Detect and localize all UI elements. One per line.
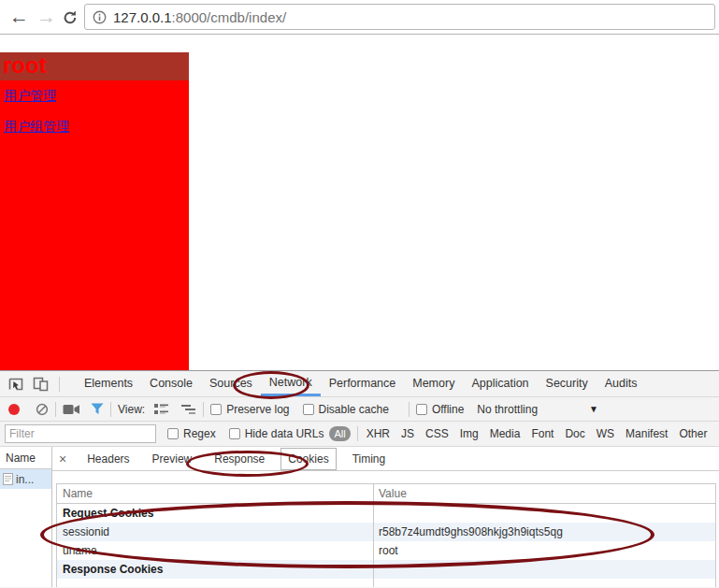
waterfall-icon: [180, 404, 196, 415]
details-tabbar: × Headers Preview Response Cookies Timin…: [52, 447, 719, 471]
cookies-table: Name Value Request Cookies sessionid r58…: [56, 483, 716, 587]
devtools-panel: Elements Console Sources Network Perform…: [0, 370, 719, 588]
tab-audits[interactable]: Audits: [597, 371, 646, 396]
filter-type-js[interactable]: JS: [401, 427, 414, 440]
back-icon[interactable]: ←: [9, 5, 29, 29]
screenshot-root: ← → 127.0.0.1:8000/cmdb/index/ root 用户管理…: [0, 0, 719, 588]
link-user-management[interactable]: 用户管理: [4, 88, 56, 105]
network-filterbar: Regex Hide data URLs All XHR JS CSS Img …: [0, 422, 719, 447]
inspect-glyph: [7, 377, 24, 392]
cookies-col-name[interactable]: Name: [57, 484, 373, 503]
close-details-icon[interactable]: ×: [59, 452, 66, 466]
filter-type-media[interactable]: Media: [490, 427, 521, 440]
url-host: 127.0.0.1: [113, 9, 172, 25]
page-title: root: [0, 52, 189, 79]
tab-elements[interactable]: Elements: [76, 371, 141, 396]
table-row-sessionid[interactable]: sessionid r58b7z4umdt9ghs908hkjg3h9iqts5…: [57, 523, 715, 541]
request-row-index[interactable]: in...: [0, 469, 51, 489]
cookie-value: r58b7z4umdt9ghs908hkjg3h9iqts5qg: [373, 523, 715, 541]
filter-type-manifest[interactable]: Manifest: [626, 427, 668, 440]
capture-screenshots-button[interactable]: [63, 404, 80, 415]
tab-performance[interactable]: Performance: [321, 371, 405, 396]
inspect-element-icon[interactable]: [4, 373, 28, 395]
disable-cache-label[interactable]: Disable cache: [319, 403, 389, 416]
forward-icon[interactable]: →: [36, 5, 56, 29]
requests-list-panel: Name in...: [0, 447, 52, 587]
details-tab-timing[interactable]: Timing: [352, 452, 386, 466]
view-label: View:: [118, 403, 145, 416]
page-header-band: root: [0, 52, 189, 80]
toggle-device-toolbar-icon[interactable]: [28, 373, 52, 395]
hide-data-urls-label[interactable]: Hide data URLs: [245, 427, 324, 440]
url-path: :8000/cmdb/index/: [172, 9, 287, 25]
hide-data-urls-checkbox[interactable]: [229, 428, 240, 439]
filter-type-xhr[interactable]: XHR: [367, 427, 390, 440]
cookies-table-header: Name Value: [57, 484, 715, 504]
cookies-col-value[interactable]: Value: [373, 484, 715, 503]
filter-type-other[interactable]: Other: [679, 427, 707, 440]
tab-memory[interactable]: Memory: [404, 371, 463, 396]
cookie-value: root: [373, 541, 715, 560]
reload-glyph: [62, 9, 79, 26]
tab-sources[interactable]: Sources: [201, 371, 261, 396]
preserve-log-checkbox[interactable]: [210, 404, 222, 415]
request-details-panel: × Headers Preview Response Cookies Timin…: [52, 447, 719, 587]
regex-checkbox[interactable]: [167, 428, 179, 439]
details-tab-response[interactable]: Response: [214, 452, 265, 466]
table-row-request-cookies[interactable]: Request Cookies: [57, 504, 715, 523]
toolbar-separator: [55, 402, 56, 417]
filter-type-doc[interactable]: Doc: [565, 427, 584, 440]
cookie-name: sessionid: [57, 523, 373, 541]
filter-type-all[interactable]: All: [329, 426, 350, 441]
table-row-response-cookies[interactable]: Response Cookies: [57, 560, 715, 579]
details-tab-preview[interactable]: Preview: [152, 452, 193, 466]
browser-toolbar: ← → 127.0.0.1:8000/cmdb/index/: [0, 0, 719, 35]
offline-label[interactable]: Offline: [432, 403, 464, 416]
cookie-value: [373, 560, 715, 579]
filler-value-cell: [373, 579, 715, 587]
cookie-value: [373, 504, 715, 523]
page-info-icon[interactable]: [93, 10, 107, 24]
reload-icon[interactable]: [62, 7, 79, 32]
filter-type-ws[interactable]: WS: [597, 427, 614, 440]
link-usergroup-management[interactable]: 用户组管理: [4, 119, 69, 136]
tab-security[interactable]: Security: [538, 371, 597, 396]
request-name: in...: [16, 473, 34, 486]
filler-name-cell: [57, 579, 373, 587]
filter-type-img[interactable]: Img: [460, 427, 479, 440]
regex-label[interactable]: Regex: [183, 427, 216, 440]
list-view-icon: [153, 403, 169, 415]
tab-application[interactable]: Application: [463, 371, 537, 396]
table-row-uname[interactable]: uname root: [57, 541, 715, 560]
webpage-viewport: root 用户管理 用户组管理: [0, 36, 719, 370]
toolbar-separator: [59, 377, 60, 392]
disable-cache-checkbox[interactable]: [303, 404, 314, 415]
address-bar[interactable]: 127.0.0.1:8000/cmdb/index/: [84, 4, 715, 30]
network-main: Name in... × Headers Preview Respo: [0, 447, 719, 587]
camera-icon: [63, 404, 80, 415]
tab-console[interactable]: Console: [141, 371, 201, 396]
filter-input[interactable]: [5, 424, 156, 443]
tab-network[interactable]: Network: [261, 371, 321, 396]
toolbar-separator: [110, 402, 111, 417]
throttling-dropdown-arrow-icon[interactable]: ▼: [589, 404, 598, 414]
show-overview-button[interactable]: [180, 404, 196, 415]
url-text[interactable]: 127.0.0.1:8000/cmdb/index/: [113, 9, 286, 25]
details-tab-cookies[interactable]: Cookies: [280, 448, 336, 470]
cookie-name: uname: [57, 541, 373, 560]
document-icon: [3, 473, 13, 485]
filter-toggle-button[interactable]: [91, 403, 104, 415]
throttling-select[interactable]: No throttling: [477, 403, 538, 416]
preserve-log-label[interactable]: Preserve log: [226, 403, 289, 416]
record-button[interactable]: [8, 404, 20, 415]
cookie-name: Request Cookies: [57, 504, 373, 523]
cookies-table-filler: [57, 579, 715, 587]
details-tab-headers[interactable]: Headers: [87, 452, 129, 466]
filter-type-font[interactable]: Font: [531, 427, 554, 440]
clear-button[interactable]: [36, 403, 49, 416]
filter-type-css[interactable]: CSS: [425, 427, 449, 440]
funnel-icon: [91, 403, 104, 415]
use-large-rows-button[interactable]: [153, 403, 169, 415]
offline-checkbox[interactable]: [416, 404, 427, 415]
requests-name-column-header[interactable]: Name: [0, 447, 51, 469]
